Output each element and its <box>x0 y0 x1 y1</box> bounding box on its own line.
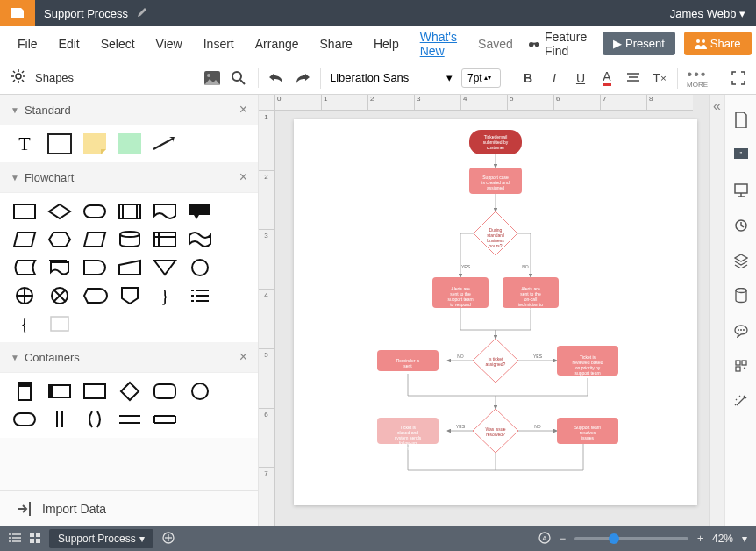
gear-icon[interactable] <box>11 68 26 88</box>
history-icon[interactable] <box>731 216 751 235</box>
actions-icon[interactable] <box>731 356 751 376</box>
menu-edit[interactable]: Edit <box>50 32 89 56</box>
container-diamond-shape[interactable] <box>118 382 142 401</box>
flow-node-support-alert[interactable]: Alerts aresent to thesupport teamto resp… <box>432 277 489 308</box>
swimlane-h-shape[interactable] <box>47 382 72 401</box>
app-logo[interactable] <box>0 0 35 26</box>
flow-node-case[interactable]: Support caseis created andassigned <box>469 168 522 194</box>
junction-shape[interactable] <box>47 286 72 305</box>
close-icon[interactable]: × <box>239 169 247 185</box>
double-line-shape[interactable] <box>118 410 142 429</box>
menu-view[interactable]: View <box>147 32 191 56</box>
preparation-shape[interactable] <box>47 230 72 249</box>
comment-flag-icon[interactable]: " <box>731 146 751 165</box>
subprocess-shape[interactable] <box>118 202 142 221</box>
user-menu[interactable]: James Webb ▾ <box>670 7 756 20</box>
italic-icon[interactable]: I <box>546 69 563 87</box>
font-select[interactable]: Liberation Sans ▾ <box>330 71 453 84</box>
zoom-slider[interactable] <box>574 537 688 540</box>
layers-icon[interactable] <box>731 251 751 270</box>
internal-storage-shape[interactable] <box>153 230 177 249</box>
clear-format-icon[interactable]: T× <box>651 69 668 87</box>
arrow-shape[interactable] <box>153 134 177 154</box>
menu-select[interactable]: Select <box>92 32 144 56</box>
container-round-shape[interactable] <box>153 382 177 401</box>
decision-shape[interactable] <box>47 202 72 221</box>
text-color-icon[interactable]: A <box>598 69 616 87</box>
note-yellow-shape[interactable] <box>82 134 107 154</box>
feature-find[interactable]: Feature Find <box>529 30 592 58</box>
document-title[interactable]: Support Process <box>35 7 128 20</box>
magic-icon[interactable] <box>731 391 751 411</box>
flow-decision-assigned[interactable]: Is ticketassigned? <box>473 339 518 383</box>
callout-shape[interactable] <box>188 202 212 221</box>
parallelogram-shape[interactable] <box>82 230 107 249</box>
menu-share[interactable]: Share <box>311 32 361 56</box>
flow-node-review[interactable]: Ticket isreviewed basedon priority bysup… <box>557 346 618 376</box>
canvas-page[interactable]: YES NO NO YES YES NO Ticket/emailsubmit <box>294 119 697 505</box>
zoom-in-icon[interactable]: + <box>697 533 703 545</box>
tape-shape[interactable] <box>188 230 212 249</box>
chat-icon[interactable] <box>731 321 751 340</box>
menu-insert[interactable]: Insert <box>195 32 243 56</box>
bracket-v-shape[interactable] <box>47 410 72 429</box>
redo-icon[interactable] <box>294 69 311 87</box>
data-shape[interactable] <box>12 230 37 249</box>
rectangle-shape[interactable] <box>47 134 72 154</box>
menu-file[interactable]: File <box>9 32 46 56</box>
add-page-icon[interactable] <box>162 532 175 547</box>
flow-node-close[interactable]: Ticket isclosed andsystem sendsfollow-up… <box>377 418 439 451</box>
flow-node-reminder[interactable]: Reminder issent <box>377 350 439 371</box>
bracket-h-shape[interactable] <box>153 410 177 429</box>
canvas[interactable]: 012345678 1234567 YES NO NO <box>259 95 709 526</box>
page-tab[interactable]: Support Process ▾ <box>49 529 153 548</box>
grid-view-icon[interactable] <box>30 533 40 546</box>
container-circle-shape[interactable] <box>188 382 212 401</box>
display-shape[interactable] <box>82 286 107 305</box>
offpage-shape[interactable] <box>118 286 142 305</box>
brace-left-shape[interactable]: { <box>12 314 37 333</box>
search-icon[interactable] <box>230 69 247 87</box>
extract-shape[interactable] <box>153 258 177 277</box>
import-data-button[interactable]: Import Data <box>0 490 258 526</box>
bold-icon[interactable]: B <box>519 69 537 87</box>
brace-right-shape[interactable]: } <box>153 286 177 305</box>
note-green-shape[interactable] <box>118 134 142 154</box>
share-button[interactable]: Share <box>684 32 752 55</box>
terminator-shape[interactable] <box>82 202 107 221</box>
flow-decision-hours[interactable]: Duringstandardbusinesshours? <box>474 211 517 255</box>
section-flowchart[interactable]: ▼ Flowchart × <box>0 162 258 193</box>
align-icon[interactable] <box>624 69 642 87</box>
stored-data-shape[interactable] <box>12 258 37 277</box>
page-icon[interactable] <box>731 111 751 130</box>
flow-node-oncall-alert[interactable]: Alerts aresent to theon-calltechnician t… <box>503 277 559 312</box>
fit-icon[interactable]: A <box>538 532 551 547</box>
flow-node-start[interactable]: Ticket/emailsubmitted bycustomer <box>469 130 522 154</box>
fullscreen-icon[interactable] <box>730 69 747 87</box>
image-icon[interactable] <box>203 69 221 87</box>
zoom-value[interactable]: 42% <box>712 533 733 545</box>
or-shape[interactable] <box>12 286 37 305</box>
container-rect-shape[interactable] <box>82 382 107 401</box>
list-view-icon[interactable] <box>9 533 21 546</box>
connector-shape[interactable] <box>188 258 212 277</box>
rename-icon[interactable] <box>137 7 147 20</box>
swimlane-v-shape[interactable] <box>12 382 37 401</box>
underline-icon[interactable]: U <box>572 69 589 87</box>
menu-arrange[interactable]: Arrange <box>246 32 308 56</box>
right-panel-toggle[interactable]: « <box>709 95 724 526</box>
zoom-knob[interactable] <box>609 533 619 544</box>
data-icon[interactable] <box>731 286 751 305</box>
process-shape[interactable] <box>12 202 37 221</box>
flow-decision-resolved[interactable]: Was issueresolved? <box>473 409 518 453</box>
close-icon[interactable]: × <box>239 102 247 118</box>
paren-shape[interactable] <box>82 410 107 429</box>
section-containers[interactable]: ▼ Containers × <box>0 342 258 373</box>
manual-input-shape[interactable] <box>118 258 142 277</box>
database-shape[interactable] <box>118 230 142 249</box>
container-pill-shape[interactable] <box>12 410 37 429</box>
document-shape[interactable] <box>153 202 177 221</box>
chevron-down-icon[interactable]: ▾ <box>742 533 747 545</box>
undo-icon[interactable] <box>267 69 285 87</box>
toolbar-more[interactable]: ••• MORE <box>687 68 708 89</box>
